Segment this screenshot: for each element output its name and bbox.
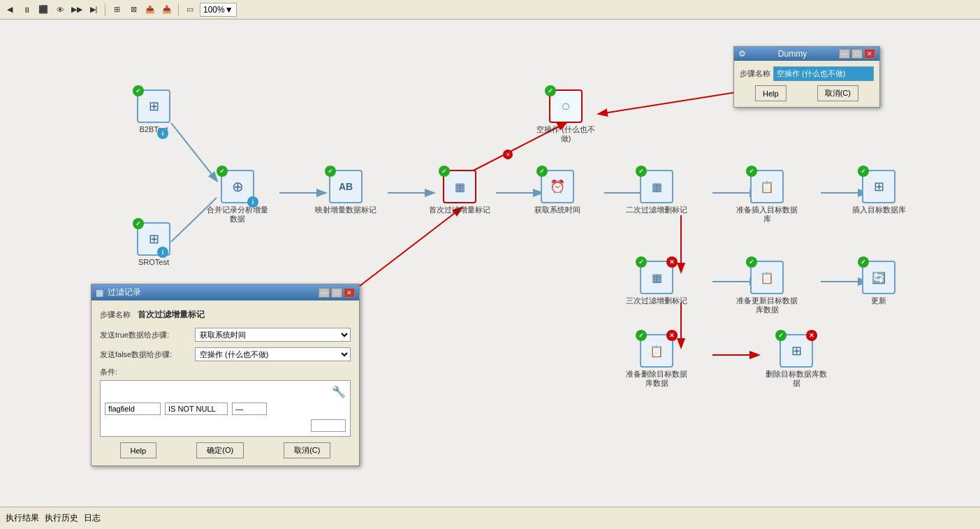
table-icon — [149, 99, 159, 114]
status-check7: ✓ — [636, 166, 647, 177]
condition-area: 🔧 — [100, 380, 351, 437]
node-prepare-insert-label: 准备插入目标数据库 — [736, 205, 798, 224]
node-get-time-label: 获取系统时间 — [526, 205, 589, 215]
preview-btn[interactable]: 👁 — [53, 3, 67, 17]
dummy-close-btn[interactable]: ✕ — [864, 49, 875, 59]
node-map[interactable]: ✓ 映射增量数据标记 — [318, 170, 374, 215]
toolbar: ◀ ⏸ ⬛ 👁 ▶▶ ▶| ⊞ ⊠ 📤 📥 ▭ 100% ▼ — [0, 0, 980, 20]
filter-restore-btn[interactable]: □ — [331, 288, 342, 298]
zoom-dropdown-icon[interactable]: ▼ — [225, 5, 233, 15]
filter-dialog: ▦ 过滤记录 — □ ✕ 步骤名称 首次过滤增量标记 发送true数据给步骤: … — [91, 284, 360, 466]
node-prepare-insert-icon: 📋 ✓ — [750, 170, 784, 203]
cond-val1-input[interactable] — [232, 403, 267, 415]
filter-true-select[interactable]: 获取系统时间 — [195, 328, 351, 342]
node-prepare-insert[interactable]: 📋 ✓ 准备插入目标数据库 — [739, 170, 795, 224]
dummy-minimize-btn[interactable]: — — [839, 49, 850, 59]
bottom-history[interactable]: 执行历史 — [45, 512, 78, 524]
status-check12: ✓ — [746, 256, 757, 268]
filter-conditions-label: 条件: — [100, 368, 117, 376]
distribute-btn[interactable]: ⊠ — [126, 3, 140, 17]
node-filter1-label: 首次过滤增量标记 — [428, 205, 491, 215]
node-filter1-icon: ✓ — [443, 170, 476, 203]
status-check8: ✓ — [746, 166, 757, 177]
dummy-dialog-buttons: Help 取消(C) — [740, 85, 874, 101]
filter1-icon — [455, 180, 465, 194]
filter-dialog-titlebar: ▦ 过滤记录 — □ ✕ — [92, 284, 359, 300]
node-filter2-icon: ✓ — [640, 170, 673, 203]
node-empty[interactable]: ○ ✓ 空操作 (什么也不做) — [538, 89, 594, 143]
run-btn[interactable]: ▶▶ — [70, 3, 84, 17]
status-x1: ✕ — [666, 256, 678, 268]
status-check2: ✓ — [133, 218, 144, 229]
node-map-icon: ✓ — [329, 170, 363, 203]
table-icon2 — [149, 231, 159, 247]
node-update-icon: 🔄 ✓ — [862, 261, 895, 294]
export-btn[interactable]: 📤 — [143, 3, 157, 17]
status-check: ✓ — [133, 85, 144, 96]
filter-btns: Help 确定(O) 取消(C) — [100, 442, 351, 458]
node-delete-icon: ✓ ✕ — [780, 334, 813, 368]
node-b2btest-icon: ✓ — [137, 89, 170, 123]
node-get-time-icon: ⏰ ✓ — [541, 170, 574, 203]
filter2-icon — [652, 180, 662, 194]
filter-conditions: 条件: 🔧 — [100, 367, 351, 437]
filter-ok-btn[interactable]: 确定(O) — [196, 442, 244, 458]
node-merge-icon: ⊕ ✓ i — [221, 170, 254, 203]
cond-field-input[interactable] — [105, 403, 161, 415]
node-insert[interactable]: ✓ 插入目标数据库 — [851, 170, 907, 215]
node-get-time[interactable]: ⏰ ✓ 获取系统时间 — [529, 170, 585, 215]
node-filter1[interactable]: ✓ 首次过滤增量标记 — [432, 170, 488, 215]
condition-row1 — [105, 403, 346, 415]
status-check14: ✓ — [636, 330, 647, 341]
status-check10: ✓ — [545, 85, 556, 96]
filter-false-label: 发送false数据给步骤: — [100, 349, 191, 360]
node-delete[interactable]: ✓ ✕ 删除目标数据库数据 — [768, 334, 824, 388]
dummy-dialog-title: Dummy — [778, 49, 807, 59]
table-icon4 — [791, 343, 802, 358]
status-check15: ✓ — [775, 330, 787, 341]
bottom-result[interactable]: 执行结果 — [6, 512, 39, 524]
condition-row2 — [105, 419, 346, 432]
filter-minimize-btn[interactable]: — — [319, 288, 330, 298]
stop-btn[interactable]: ⬛ — [36, 3, 50, 17]
node-b2btest[interactable]: ✓ B2BTest — [126, 89, 182, 134]
dummy-step-value[interactable]: 空操作 (什么也不做) — [773, 66, 874, 81]
import-btn[interactable]: 📥 — [160, 3, 174, 17]
filter-false-select[interactable]: 空操作 (什么也不做) — [195, 347, 351, 361]
align-btn[interactable]: ⊞ — [110, 3, 124, 17]
bottom-log[interactable]: 日志 — [84, 512, 101, 524]
filter-cancel-btn[interactable]: 取消(C) — [284, 442, 330, 458]
node-map-label: 映射增量数据标记 — [314, 205, 377, 215]
dummy-restore-btn[interactable]: □ — [851, 49, 863, 59]
dummy-help-btn[interactable]: Help — [755, 85, 787, 101]
frame-btn[interactable]: ▭ — [183, 3, 197, 17]
cond-op-input[interactable] — [165, 403, 228, 415]
zoom-box: 100% ▼ — [200, 3, 237, 17]
node-srotest[interactable]: ✓ SROTest — [126, 222, 182, 267]
step-btn[interactable]: ▶| — [87, 3, 101, 17]
node-empty-icon: ○ ✓ — [549, 89, 583, 123]
node-merge[interactable]: ⊕ ✓ i 合并记录分析增量数据 — [210, 170, 265, 224]
b2btest-info-badge: i — [157, 128, 168, 139]
filter-help-btn[interactable]: Help — [120, 442, 157, 458]
node-update[interactable]: 🔄 ✓ 更新 — [851, 261, 907, 305]
filter-close-btn[interactable]: ✕ — [344, 288, 355, 298]
node-prepare-update-icon: 📋 ✓ — [750, 261, 784, 294]
cond-val2-input[interactable] — [311, 419, 346, 432]
node-prepare-update[interactable]: 📋 ✓ 准备更新目标数据库数据 — [739, 261, 795, 314]
node-filter3[interactable]: ✓ ✕ 三次过滤增删标记 — [629, 261, 685, 305]
node-b2btest-label: B2BTest — [122, 125, 185, 134]
pause-btn[interactable]: ⏸ — [20, 3, 34, 17]
node-filter2[interactable]: ✓ 二次过滤增删标记 — [629, 170, 685, 215]
node-filter2-label: 二次过滤增删标记 — [625, 205, 688, 215]
ab-icon — [339, 181, 353, 192]
dummy-dialog-btns: — □ ✕ — [839, 49, 875, 59]
dummy-cancel-btn[interactable]: 取消(C) — [817, 85, 858, 101]
filter-true-row: 发送true数据给步骤: 获取系统时间 — [100, 328, 351, 342]
status-info: i — [247, 196, 258, 208]
filter-step-name-label: 步骤名称 — [100, 310, 131, 320]
back-btn[interactable]: ◀ — [3, 3, 17, 17]
status-check3: ✓ — [217, 166, 228, 177]
filter3-icon — [652, 271, 662, 284]
node-prepare-delete[interactable]: 📋 ✓ ✕ 准备删除目标数据库数据 — [629, 334, 685, 388]
